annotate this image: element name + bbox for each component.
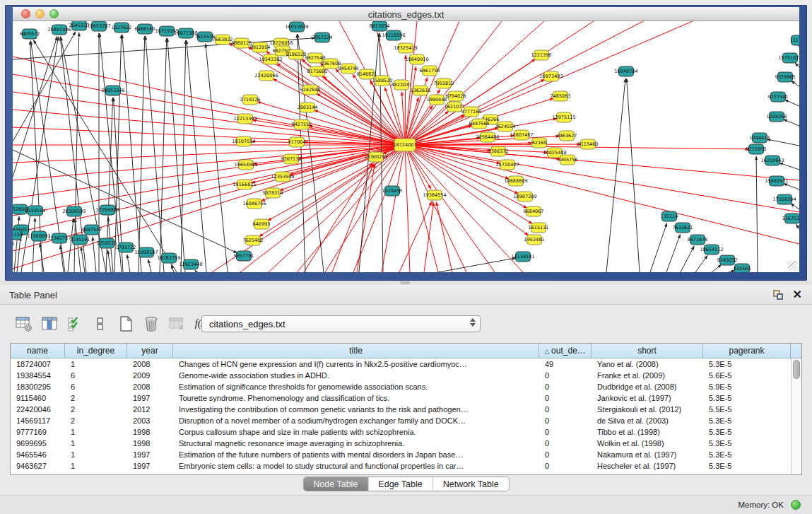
graph-node[interactable]: 19218596 [382, 30, 405, 40]
graph-edge[interactable] [424, 202, 434, 272]
graph-edge[interactable] [127, 255, 130, 272]
graph-edge[interactable] [405, 145, 799, 180]
graph-edge[interactable] [405, 145, 438, 272]
graph-node[interactable]: 391159 [13, 230, 23, 240]
row-height-button[interactable] [90, 315, 110, 334]
graph-edge[interactable] [681, 246, 694, 272]
graph-node[interactable]: 10958107 [134, 247, 158, 257]
graph-node[interactable]: 9777169 [461, 107, 482, 117]
table-row[interactable]: 1456911722003Disruption of a novel membe… [11, 415, 801, 426]
graph-node[interactable]: 9227341 [768, 92, 789, 102]
graph-node[interactable]: 640993 [253, 219, 271, 229]
graph-edge[interactable] [122, 35, 141, 272]
graph-node[interactable]: 14139141 [511, 252, 534, 262]
graph-edge[interactable] [13, 145, 405, 233]
column-header-name[interactable]: name [11, 344, 65, 358]
table-row[interactable]: 1872400712008Changes of HCN gene express… [11, 358, 801, 370]
graph-node[interactable]: 924565 [734, 264, 751, 272]
graph-node[interactable]: 16782759 [157, 253, 180, 263]
graph-node[interactable]: 111731 [790, 35, 799, 45]
graph-edge[interactable] [627, 78, 640, 272]
graph-node[interactable]: 9463627 [557, 131, 577, 141]
graph-node[interactable]: 8813054 [370, 21, 390, 31]
new-table-button[interactable] [116, 315, 135, 334]
graph-node[interactable]: 10688609 [504, 176, 527, 186]
graph-edge[interactable] [712, 264, 722, 272]
table-row[interactable]: 969969511998Structural magnetic resonanc… [11, 438, 801, 449]
graph-node[interactable]: 9860125 [232, 38, 252, 48]
graph-node[interactable]: 17016504 [772, 194, 796, 204]
graph-node[interactable]: 7857224 [312, 33, 333, 42]
graph-node[interactable]: 19654985 [234, 160, 257, 170]
graph-node[interactable]: 16210643 [760, 156, 784, 165]
graph-node[interactable]: 15751074 [778, 53, 799, 63]
graph-node[interactable]: 9115460 [578, 139, 599, 149]
graph-node[interactable]: 9242848 [300, 85, 321, 95]
graph-node[interactable]: 19166825 [233, 180, 256, 189]
graph-edge[interactable] [796, 224, 799, 229]
tab-node-table[interactable]: Node Table [303, 477, 368, 491]
graph-edge[interactable] [206, 44, 228, 272]
graph-node[interactable]: 1795722 [116, 243, 136, 252]
graph-edge[interactable] [181, 40, 186, 272]
graph-node[interactable]: 1244413 [750, 133, 770, 143]
table-row[interactable]: 977716911998Corpus callosum shape and si… [11, 426, 801, 438]
graph-node[interactable]: 18640910 [405, 54, 428, 64]
vertical-scrollbar[interactable] [791, 358, 801, 474]
network-graph[interactable]: 9405572208914062045317106532871527602646… [13, 21, 799, 272]
graph-edge[interactable] [13, 145, 405, 180]
graph-edge[interactable] [13, 74, 405, 145]
trash-button[interactable] [141, 315, 160, 334]
graph-node[interactable]: 7632621 [673, 223, 693, 233]
graph-node[interactable]: 62160 [532, 138, 547, 148]
graph-node[interactable]: 12342757 [47, 233, 71, 243]
table-row[interactable]: 1830029562008Estimation of significance … [11, 381, 801, 392]
graph-node[interactable]: 5878314 [263, 188, 283, 198]
graph-node[interactable]: 8186328 [286, 49, 307, 59]
graph-node[interactable]: 1495756 [558, 155, 578, 165]
graph-node[interactable]: 20206505 [62, 206, 86, 216]
graph-node[interactable]: 9684067 [524, 206, 544, 216]
graph-node[interactable]: 22420046 [254, 71, 278, 81]
graph-edge[interactable] [160, 38, 167, 272]
graph-edge[interactable] [795, 63, 799, 67]
graph-node[interactable]: 8215958 [746, 144, 767, 154]
graph-node[interactable]: 2159154 [25, 206, 46, 216]
graph-node[interactable]: 12975115 [552, 112, 575, 122]
graph-edge[interactable] [405, 145, 410, 272]
graph-node[interactable]: 6794028 [446, 91, 466, 101]
graph-edge[interactable] [779, 163, 799, 170]
graph-node[interactable]: 9329965 [775, 72, 796, 82]
graph-node[interactable]: 7386372 [488, 146, 509, 156]
graph-node[interactable]: 1527602 [112, 23, 132, 33]
graph-node[interactable]: 9245652 [717, 255, 738, 265]
network-canvas[interactable]: 9405572208914062045317106532871527602646… [13, 21, 799, 272]
graph-edge[interactable] [784, 100, 799, 106]
graph-node[interactable]: 1518455 [382, 186, 403, 196]
graph-node[interactable]: 16033809 [285, 22, 308, 32]
graph-edge[interactable] [107, 250, 111, 272]
graph-edge[interactable] [405, 145, 799, 212]
graph-edge[interactable] [756, 156, 758, 272]
column-header-out-degree[interactable]: △out_de… [539, 344, 592, 358]
network-window-titlebar[interactable]: citations_edges.txt [13, 7, 799, 21]
graph-node[interactable]: 917004 [288, 137, 306, 147]
scrollbar-thumb[interactable] [793, 360, 800, 379]
graph-node[interactable]: 8454749 [339, 64, 359, 74]
graph-edge[interactable] [148, 259, 151, 272]
graph-node[interactable]: 16648784 [614, 66, 637, 76]
graph-edge[interactable] [650, 223, 667, 272]
table-settings-button[interactable] [14, 315, 33, 334]
graph-edge[interactable] [790, 204, 799, 209]
graph-node[interactable]: 8822037 [392, 80, 412, 90]
graph-edge[interactable] [791, 81, 799, 86]
table-row[interactable]: 946554611997Estimation of the future num… [11, 449, 801, 460]
column-header-in-degree[interactable]: in_degree [65, 344, 127, 358]
graph-edge[interactable] [114, 35, 122, 272]
graph-node[interactable]: 8175685 [307, 66, 328, 76]
graph-node[interactable]: 2803144 [298, 103, 318, 112]
graph-edge[interactable] [783, 119, 799, 126]
graph-edge[interactable] [195, 270, 196, 272]
table-row[interactable]: 1938455462009Genome-wide association stu… [11, 370, 801, 381]
graph-node[interactable]: 9097587 [82, 225, 102, 235]
